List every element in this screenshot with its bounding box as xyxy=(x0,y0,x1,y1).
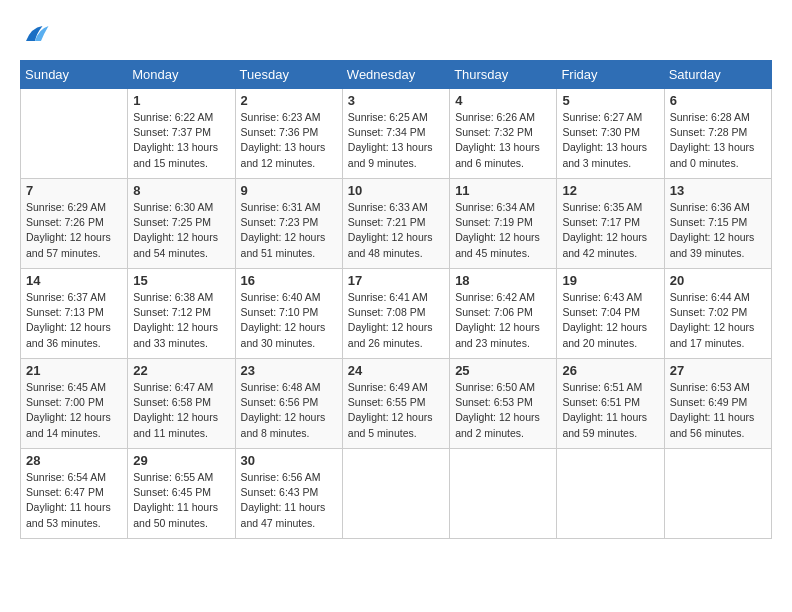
day-info: Sunrise: 6:31 AMSunset: 7:23 PMDaylight:… xyxy=(241,200,337,261)
calendar-cell: 3Sunrise: 6:25 AMSunset: 7:34 PMDaylight… xyxy=(342,89,449,179)
calendar-cell: 19Sunrise: 6:43 AMSunset: 7:04 PMDayligh… xyxy=(557,269,664,359)
day-info: Sunrise: 6:56 AMSunset: 6:43 PMDaylight:… xyxy=(241,470,337,531)
calendar-cell: 28Sunrise: 6:54 AMSunset: 6:47 PMDayligh… xyxy=(21,449,128,539)
calendar-cell: 9Sunrise: 6:31 AMSunset: 7:23 PMDaylight… xyxy=(235,179,342,269)
day-number: 25 xyxy=(455,363,551,378)
day-info: Sunrise: 6:29 AMSunset: 7:26 PMDaylight:… xyxy=(26,200,122,261)
day-info: Sunrise: 6:44 AMSunset: 7:02 PMDaylight:… xyxy=(670,290,766,351)
column-header-thursday: Thursday xyxy=(450,61,557,89)
day-number: 2 xyxy=(241,93,337,108)
calendar-cell: 14Sunrise: 6:37 AMSunset: 7:13 PMDayligh… xyxy=(21,269,128,359)
calendar-cell: 8Sunrise: 6:30 AMSunset: 7:25 PMDaylight… xyxy=(128,179,235,269)
day-number: 14 xyxy=(26,273,122,288)
day-number: 30 xyxy=(241,453,337,468)
calendar-cell: 13Sunrise: 6:36 AMSunset: 7:15 PMDayligh… xyxy=(664,179,771,269)
day-number: 23 xyxy=(241,363,337,378)
day-number: 10 xyxy=(348,183,444,198)
day-info: Sunrise: 6:22 AMSunset: 7:37 PMDaylight:… xyxy=(133,110,229,171)
day-number: 15 xyxy=(133,273,229,288)
calendar-cell: 26Sunrise: 6:51 AMSunset: 6:51 PMDayligh… xyxy=(557,359,664,449)
calendar-cell xyxy=(664,449,771,539)
calendar-cell: 4Sunrise: 6:26 AMSunset: 7:32 PMDaylight… xyxy=(450,89,557,179)
day-number: 18 xyxy=(455,273,551,288)
calendar-cell xyxy=(342,449,449,539)
calendar-cell: 5Sunrise: 6:27 AMSunset: 7:30 PMDaylight… xyxy=(557,89,664,179)
day-info: Sunrise: 6:49 AMSunset: 6:55 PMDaylight:… xyxy=(348,380,444,441)
calendar-cell: 22Sunrise: 6:47 AMSunset: 6:58 PMDayligh… xyxy=(128,359,235,449)
calendar-cell: 25Sunrise: 6:50 AMSunset: 6:53 PMDayligh… xyxy=(450,359,557,449)
calendar-cell: 29Sunrise: 6:55 AMSunset: 6:45 PMDayligh… xyxy=(128,449,235,539)
calendar-cell: 21Sunrise: 6:45 AMSunset: 7:00 PMDayligh… xyxy=(21,359,128,449)
calendar-cell: 2Sunrise: 6:23 AMSunset: 7:36 PMDaylight… xyxy=(235,89,342,179)
calendar-cell xyxy=(557,449,664,539)
day-number: 11 xyxy=(455,183,551,198)
column-header-saturday: Saturday xyxy=(664,61,771,89)
day-info: Sunrise: 6:42 AMSunset: 7:06 PMDaylight:… xyxy=(455,290,551,351)
day-number: 7 xyxy=(26,183,122,198)
calendar-cell: 7Sunrise: 6:29 AMSunset: 7:26 PMDaylight… xyxy=(21,179,128,269)
page-header xyxy=(20,20,772,50)
day-info: Sunrise: 6:34 AMSunset: 7:19 PMDaylight:… xyxy=(455,200,551,261)
day-number: 22 xyxy=(133,363,229,378)
day-info: Sunrise: 6:30 AMSunset: 7:25 PMDaylight:… xyxy=(133,200,229,261)
day-number: 9 xyxy=(241,183,337,198)
day-number: 21 xyxy=(26,363,122,378)
calendar-cell: 11Sunrise: 6:34 AMSunset: 7:19 PMDayligh… xyxy=(450,179,557,269)
day-info: Sunrise: 6:40 AMSunset: 7:10 PMDaylight:… xyxy=(241,290,337,351)
day-info: Sunrise: 6:25 AMSunset: 7:34 PMDaylight:… xyxy=(348,110,444,171)
day-info: Sunrise: 6:26 AMSunset: 7:32 PMDaylight:… xyxy=(455,110,551,171)
day-info: Sunrise: 6:38 AMSunset: 7:12 PMDaylight:… xyxy=(133,290,229,351)
day-number: 19 xyxy=(562,273,658,288)
day-info: Sunrise: 6:54 AMSunset: 6:47 PMDaylight:… xyxy=(26,470,122,531)
day-number: 12 xyxy=(562,183,658,198)
day-number: 8 xyxy=(133,183,229,198)
day-number: 27 xyxy=(670,363,766,378)
day-number: 3 xyxy=(348,93,444,108)
logo-icon xyxy=(20,20,50,50)
calendar-cell: 18Sunrise: 6:42 AMSunset: 7:06 PMDayligh… xyxy=(450,269,557,359)
column-header-sunday: Sunday xyxy=(21,61,128,89)
calendar-cell: 24Sunrise: 6:49 AMSunset: 6:55 PMDayligh… xyxy=(342,359,449,449)
column-header-tuesday: Tuesday xyxy=(235,61,342,89)
day-info: Sunrise: 6:35 AMSunset: 7:17 PMDaylight:… xyxy=(562,200,658,261)
calendar-cell: 20Sunrise: 6:44 AMSunset: 7:02 PMDayligh… xyxy=(664,269,771,359)
calendar-cell xyxy=(450,449,557,539)
day-info: Sunrise: 6:45 AMSunset: 7:00 PMDaylight:… xyxy=(26,380,122,441)
day-info: Sunrise: 6:48 AMSunset: 6:56 PMDaylight:… xyxy=(241,380,337,441)
day-info: Sunrise: 6:51 AMSunset: 6:51 PMDaylight:… xyxy=(562,380,658,441)
day-info: Sunrise: 6:55 AMSunset: 6:45 PMDaylight:… xyxy=(133,470,229,531)
calendar-cell: 12Sunrise: 6:35 AMSunset: 7:17 PMDayligh… xyxy=(557,179,664,269)
day-info: Sunrise: 6:50 AMSunset: 6:53 PMDaylight:… xyxy=(455,380,551,441)
calendar-cell: 16Sunrise: 6:40 AMSunset: 7:10 PMDayligh… xyxy=(235,269,342,359)
calendar-cell: 6Sunrise: 6:28 AMSunset: 7:28 PMDaylight… xyxy=(664,89,771,179)
calendar-cell xyxy=(21,89,128,179)
day-info: Sunrise: 6:28 AMSunset: 7:28 PMDaylight:… xyxy=(670,110,766,171)
day-number: 26 xyxy=(562,363,658,378)
day-number: 17 xyxy=(348,273,444,288)
day-info: Sunrise: 6:43 AMSunset: 7:04 PMDaylight:… xyxy=(562,290,658,351)
calendar-week-row: 7Sunrise: 6:29 AMSunset: 7:26 PMDaylight… xyxy=(21,179,772,269)
logo xyxy=(20,20,54,50)
calendar-cell: 10Sunrise: 6:33 AMSunset: 7:21 PMDayligh… xyxy=(342,179,449,269)
calendar-cell: 27Sunrise: 6:53 AMSunset: 6:49 PMDayligh… xyxy=(664,359,771,449)
calendar-table: SundayMondayTuesdayWednesdayThursdayFrid… xyxy=(20,60,772,539)
calendar-week-row: 21Sunrise: 6:45 AMSunset: 7:00 PMDayligh… xyxy=(21,359,772,449)
day-number: 24 xyxy=(348,363,444,378)
day-number: 16 xyxy=(241,273,337,288)
day-number: 13 xyxy=(670,183,766,198)
day-info: Sunrise: 6:41 AMSunset: 7:08 PMDaylight:… xyxy=(348,290,444,351)
day-info: Sunrise: 6:37 AMSunset: 7:13 PMDaylight:… xyxy=(26,290,122,351)
column-header-monday: Monday xyxy=(128,61,235,89)
calendar-header-row: SundayMondayTuesdayWednesdayThursdayFrid… xyxy=(21,61,772,89)
calendar-week-row: 1Sunrise: 6:22 AMSunset: 7:37 PMDaylight… xyxy=(21,89,772,179)
calendar-cell: 23Sunrise: 6:48 AMSunset: 6:56 PMDayligh… xyxy=(235,359,342,449)
day-info: Sunrise: 6:27 AMSunset: 7:30 PMDaylight:… xyxy=(562,110,658,171)
calendar-week-row: 28Sunrise: 6:54 AMSunset: 6:47 PMDayligh… xyxy=(21,449,772,539)
calendar-cell: 1Sunrise: 6:22 AMSunset: 7:37 PMDaylight… xyxy=(128,89,235,179)
day-number: 5 xyxy=(562,93,658,108)
calendar-cell: 17Sunrise: 6:41 AMSunset: 7:08 PMDayligh… xyxy=(342,269,449,359)
day-info: Sunrise: 6:33 AMSunset: 7:21 PMDaylight:… xyxy=(348,200,444,261)
column-header-friday: Friday xyxy=(557,61,664,89)
calendar-week-row: 14Sunrise: 6:37 AMSunset: 7:13 PMDayligh… xyxy=(21,269,772,359)
day-number: 28 xyxy=(26,453,122,468)
